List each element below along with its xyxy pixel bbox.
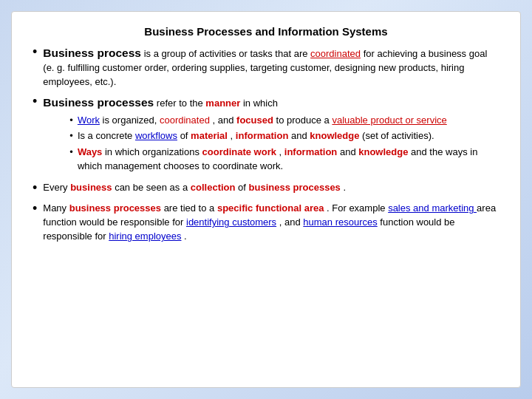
slide: Business Processes and Information Syste… <box>11 11 521 388</box>
bp4-sales: sales and marketing <box>388 202 477 214</box>
sub-bullets: • Work is organized, coordinated , and f… <box>56 114 499 174</box>
sub2-workflows: workflows <box>135 130 177 141</box>
bp4-hiring: hiring employees <box>109 231 181 242</box>
sub2-c: , <box>231 130 236 141</box>
sub1-work: Work <box>78 115 100 126</box>
bp-text-1a: is a group of activities or tasks that a… <box>144 48 310 59</box>
sub3-coord-work: coordinate work <box>202 146 276 157</box>
bp3-collection: collection <box>191 182 236 193</box>
bullet-2: • Business processes refer to the manner… <box>33 95 499 176</box>
bullet-marker-1: • <box>33 44 37 61</box>
bp4-identifying: identifying customers <box>186 216 276 228</box>
slide-title: Business Processes and Information Syste… <box>33 25 499 38</box>
bp3-d: . <box>343 182 346 193</box>
sub1-coordinated: coordinated <box>160 115 210 126</box>
sub1-b: , and <box>213 115 237 126</box>
sub3-c: and <box>340 146 358 157</box>
sub-bullet-3: • Ways in which organizations coordinate… <box>69 146 499 174</box>
bp-label-2: Business processes <box>43 96 154 109</box>
sub-bullet-1: • Work is organized, coordinated , and f… <box>69 114 499 128</box>
bp4-a: Many <box>43 202 69 214</box>
sub3-knowledge: knowledge <box>358 146 408 157</box>
bp3-c: of <box>238 182 248 193</box>
bp-coordinated: coordinated <box>310 48 361 59</box>
bp-text-2a: refer to the <box>157 98 205 109</box>
bullet-text-3: Every business can be seen as a collecti… <box>43 181 499 195</box>
slide-content: • Business process is a group of activit… <box>33 45 499 244</box>
bullet-4: • Many business processes are tied to a … <box>33 202 499 244</box>
sub3-a: in which organizations <box>105 146 202 157</box>
sub1-c: to produce a <box>276 115 332 126</box>
sub2-material: material <box>191 130 228 141</box>
bp4-e: , and <box>279 216 304 228</box>
sub3-information: information <box>284 146 338 157</box>
sub2-information: information <box>236 130 289 141</box>
bullet-marker-3: • <box>33 180 37 197</box>
sub1-a: is organized, <box>103 115 160 126</box>
bullet-text-1: Business process is a group of activitie… <box>43 45 499 89</box>
bp3-bproceses: business processes <box>249 182 341 193</box>
bp4-g: . <box>184 231 187 242</box>
bp4-hr: human resources <box>303 216 377 228</box>
sub3-ways: Ways <box>78 146 102 157</box>
bullet-marker-4: • <box>33 200 37 217</box>
sub2-knowledge: knowledge <box>310 130 359 141</box>
sub-marker-2: • <box>69 130 73 143</box>
bullet-marker-2: • <box>33 93 37 110</box>
bullet-3: • Every business can be seen as a collec… <box>33 181 499 197</box>
sub2-b: of <box>180 130 191 141</box>
sub-marker-3: • <box>69 146 73 159</box>
bp3-a: Every <box>43 182 70 193</box>
bullet-1: • Business process is a group of activit… <box>33 45 499 89</box>
sub2-e: (set of activities). <box>362 130 434 141</box>
bp-text-2b: in which <box>243 98 278 109</box>
sub2-d: and <box>291 130 310 141</box>
bp-manner: manner <box>205 98 240 109</box>
bullet-text-4: Many business processes are tied to a sp… <box>43 202 499 244</box>
bp4-bprocesses: business processes <box>69 202 161 214</box>
sub2-a: Is a concrete <box>78 130 135 141</box>
sub-marker-1: • <box>69 115 73 127</box>
sub3-b: , <box>279 146 284 157</box>
sub-text-1: Work is organized, coordinated , and foc… <box>78 114 499 128</box>
bp-label-1: Business process <box>43 47 141 59</box>
bullet-text-2: Business processes refer to the manner i… <box>43 95 499 176</box>
sub1-valuable: valuable product or service <box>332 115 446 126</box>
bp4-b: are tied to a <box>164 202 217 214</box>
bp4-sfa: specific functional area <box>217 202 324 214</box>
bp3-business: business <box>70 182 112 193</box>
sub1-focused: focused <box>236 115 273 126</box>
bp4-c: . For example <box>327 202 388 214</box>
sub-text-2: Is a concrete workflows of material , in… <box>78 129 499 143</box>
sub-text-3: Ways in which organizations coordinate w… <box>78 146 499 174</box>
sub-bullet-2: • Is a concrete workflows of material , … <box>69 129 499 143</box>
bp3-b: can be seen as a <box>115 182 191 193</box>
